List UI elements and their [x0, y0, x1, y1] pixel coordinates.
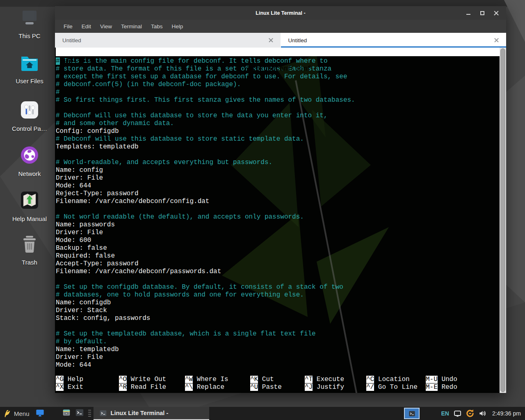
terminal-line: Filename: /var/cache/debconf/config.dat [56, 198, 500, 205]
terminal-line [56, 205, 500, 213]
window-controls [466, 11, 506, 16]
system-tray: EN 2:49:36 pm [404, 407, 525, 420]
terminal-line: Stack: config, passwords [56, 315, 500, 322]
terminal-line [56, 322, 500, 330]
menu-file[interactable]: File [59, 21, 77, 32]
terminal-scrollbar[interactable] [500, 48, 506, 393]
terminal-tab-1[interactable]: Untitled [55, 33, 281, 48]
chrome-launcher[interactable] [47, 407, 60, 420]
pc-icon [20, 10, 39, 29]
menu-edit[interactable]: Edit [77, 21, 96, 32]
desktop-icon-help-manual[interactable]: Help Manual [6, 190, 53, 222]
terminal-line: # debconf.conf(5) (in the debconf-doc pa… [56, 81, 500, 89]
terminal-line: # by default. [56, 338, 500, 346]
desktop-icon-label: User Files [16, 78, 43, 84]
desktop-icon-user-files[interactable]: User Files [6, 55, 53, 84]
updates-icon[interactable] [465, 409, 475, 418]
terminal-line: Templates: templatedb [56, 143, 500, 151]
desktop-icon-label: Control Pa… [12, 125, 47, 132]
window-title: Linux Lite Terminal - [55, 10, 506, 16]
control-panel-icon [20, 100, 39, 121]
keyboard-layout-indicator[interactable]: EN [441, 410, 449, 417]
nano-shortcut-paste: ^U Paste [250, 383, 305, 391]
terminal-line: # databases, one to hold passwords and o… [56, 291, 500, 299]
trash-icon [20, 235, 39, 255]
desktop-icon-trash[interactable]: Trash [6, 235, 53, 266]
editor-content: # This is the main config file for debco… [56, 56, 500, 376]
terminal-line: Driver: File [56, 354, 500, 361]
nano-version: GNU nano 7.2 [64, 56, 111, 65]
show-desktop-launcher[interactable] [34, 407, 47, 420]
close-icon[interactable] [494, 11, 499, 16]
shortcut-key: ^K [250, 376, 258, 383]
menu-help[interactable]: Help [167, 21, 188, 32]
terminal-screen[interactable]: GNU nano 7.2 /etc/debconf.conf # This is… [55, 48, 506, 393]
shortcut-key: ^C [366, 376, 374, 383]
nano-shortcut-undo: M-U Undo [426, 376, 500, 383]
maximize-icon[interactable] [480, 11, 485, 16]
terminal-line: # Debconf will use this database to stor… [56, 135, 500, 143]
terminal-line: Filename: /var/cache/debconf/passwords.d… [56, 268, 500, 276]
shortcut-key: ^X [56, 383, 64, 391]
nano-shortcut-go-to-line: ^/ Go To Line [366, 383, 426, 391]
terminal-launcher[interactable] [73, 407, 86, 420]
volume-icon[interactable] [478, 409, 486, 418]
tab-close-icon[interactable] [269, 38, 273, 43]
nano-shortcut-replace: ^\ Replace [185, 383, 250, 391]
show-desktop-icon [35, 408, 45, 419]
scrollbar-thumb[interactable] [500, 48, 505, 392]
terminal-icon [99, 409, 107, 417]
help-manual-icon [20, 190, 39, 212]
terminal-line: # This is the main config file for debco… [56, 57, 500, 65]
minimize-icon[interactable] [466, 11, 471, 16]
terminal-line: # So first things first. This first stan… [56, 96, 500, 104]
nano-shortcut-exit: ^X Exit [56, 383, 119, 391]
desktop-icon-label: Network [18, 170, 41, 177]
clock[interactable]: 2:49:36 pm [492, 410, 521, 417]
tab-close-icon[interactable] [494, 38, 499, 43]
terminal-line: Name: templatedb [56, 346, 500, 354]
terminal-line: Mode: 644 [56, 361, 500, 369]
desktop-icon-this-pc[interactable]: This PC [6, 10, 53, 39]
terminal-line: Mode: 644 [56, 182, 500, 190]
tray-terminal-indicator[interactable] [404, 408, 420, 419]
terminal-line: Name: passwords [56, 221, 500, 229]
terminal-line: Mode: 600 [56, 237, 500, 244]
terminal-line [56, 104, 500, 112]
nano-shortcut-where-is: ^W Where Is [185, 376, 250, 383]
terminal-line: # Not world readable (the default), and … [56, 213, 500, 221]
terminal-tab-2[interactable]: Untitled [281, 33, 507, 48]
nano-shortcut-cut: ^K Cut [250, 376, 305, 383]
terminal-line: # Debconf will use this database to stor… [56, 112, 500, 120]
terminal-line: Accept-Type: password [56, 260, 500, 268]
terminal-line: Driver: File [56, 174, 500, 182]
window-titlebar[interactable]: Linux Lite Terminal - [55, 6, 506, 20]
taskbar: Menu Linux Lite Terminal - EN [0, 407, 525, 420]
menu-tabs[interactable]: Tabs [146, 21, 167, 32]
nano-shortcut-help: ^G Help [56, 376, 119, 383]
desktop-icon-control-pa[interactable]: Control Pa… [6, 100, 53, 132]
shortcut-key: ^/ [366, 383, 374, 391]
shortcut-key: ^O [119, 376, 127, 383]
terminal-line: # World-readable, and accepts everything… [56, 159, 500, 167]
tab-bar: UntitledUntitled [55, 33, 506, 48]
network-globe-icon [20, 145, 39, 167]
nano-file-path: /etc/debconf.conf [56, 65, 500, 73]
nano-shortcut-read-file: ^R Read File [119, 383, 185, 391]
desktop-icon-network[interactable]: Network [6, 145, 53, 177]
nano-shortcut-location: ^C Location [366, 376, 426, 383]
folder-home-icon [20, 55, 39, 74]
terminal-line: # Set up the templatedb database, which … [56, 330, 500, 338]
terminal-line [56, 276, 500, 283]
display-settings-icon[interactable] [453, 409, 462, 418]
menu-terminal[interactable]: Terminal [116, 21, 146, 32]
file-manager-launcher[interactable] [60, 407, 73, 420]
terminal-icon [409, 410, 415, 417]
terminal-line: Reject-Type: password [56, 190, 500, 198]
menu-view[interactable]: View [96, 21, 116, 32]
terminal-line: Backup: false [56, 244, 500, 252]
file-manager-icon [62, 408, 71, 419]
quick-launchers [34, 407, 86, 420]
taskbar-window-button[interactable]: Linux Lite Terminal - [94, 407, 209, 420]
start-menu-button[interactable]: Menu [0, 407, 34, 420]
